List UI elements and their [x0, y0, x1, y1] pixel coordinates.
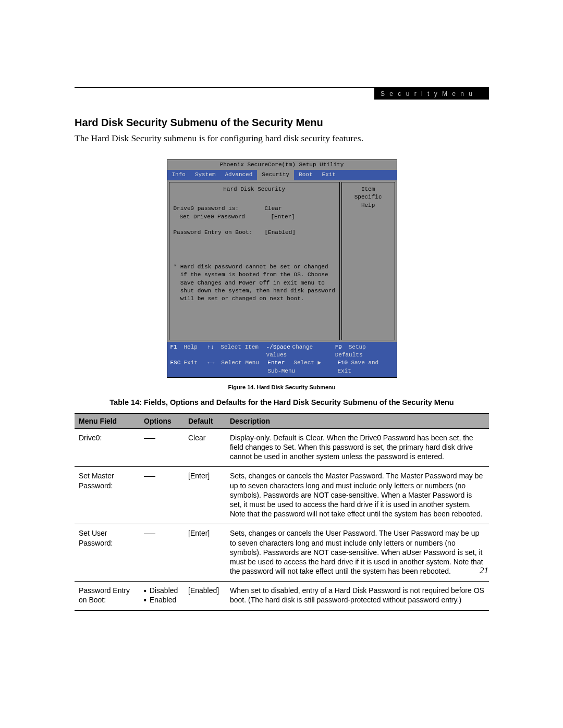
bios-field-label: Drive0 password is: [174, 205, 265, 213]
bios-tab-boot: Boot [294, 170, 317, 180]
option-item: Enabled [144, 595, 180, 604]
bios-field-row [174, 221, 335, 229]
cell-description: Sets, changes or cancels the Master Pass… [226, 467, 489, 524]
footer-text: Exit [184, 360, 198, 366]
bios-body: Hard Disk Security Drive0 password is:Cl… [167, 180, 397, 342]
cell-menu-field: Set Master Password: [75, 467, 140, 524]
footer-key: Enter [267, 359, 293, 367]
footer-text: Select Menu [221, 360, 259, 366]
table-row: Set User Password:[Enter]Sets, changes o… [75, 524, 489, 582]
definition-table: Menu Field Options Default Description D… [75, 413, 489, 611]
bios-field-row: Password Entry on Boot:[Enabled] [174, 229, 335, 237]
bios-field-row: Set Drive0 Password[Enter] [174, 213, 335, 221]
th-options: Options [140, 413, 184, 428]
bios-tab-security: Security [257, 170, 294, 180]
cell-menu-field: Password Entry on Boot: [75, 582, 140, 610]
th-default: Default [184, 413, 226, 428]
cell-options [140, 467, 184, 524]
footer-key: F1 [170, 343, 184, 351]
table-header-row: Menu Field Options Default Description [75, 413, 489, 428]
table-row: Drive0:ClearDisplay-only. Default is Cle… [75, 428, 489, 467]
cell-description: When set to disabled, entry of a Hard Di… [226, 582, 489, 610]
bios-tab-info: Info [167, 170, 190, 180]
footer-key: ↑↓ [207, 343, 221, 351]
bios-left-title: Hard Disk Security [174, 186, 335, 193]
bios-tab-system: System [190, 170, 221, 180]
footer-text: Help [184, 344, 198, 350]
bios-field-label: Password Entry on Boot: [174, 229, 265, 237]
bios-field-label: Set Drive0 Password [174, 213, 271, 221]
bios-footer: F1Help ↑↓Select Item -/SpaceChange Value… [167, 342, 397, 378]
main-content: Hard Disk Security Submenu of the Securi… [75, 88, 489, 611]
table-title: Table 14: Fields, Options and Defaults f… [75, 398, 489, 408]
section-heading: Hard Disk Security Submenu of the Securi… [75, 117, 489, 129]
page-content: S e c u r i t y M e n u Hard Disk Securi… [75, 87, 489, 611]
table-row: Password Entry on Boot:DisabledEnabled[E… [75, 582, 489, 610]
bios-note-line: will be set or changed on next boot. [174, 295, 335, 303]
page-number: 21 [480, 565, 488, 576]
bios-tab-exit: Exit [317, 170, 340, 180]
bios-note: * Hard disk password cannot be set or ch… [174, 263, 335, 303]
bios-title: Phoenix SecureCore(tm) Setup Utility [167, 160, 397, 170]
footer-key: -/Space [266, 343, 292, 351]
figure-caption: Figure 14. Hard Disk Security Submenu [75, 384, 489, 390]
footer-key: F9 [335, 343, 349, 351]
cell-options: DisabledEnabled [140, 582, 184, 610]
th-description: Description [226, 413, 489, 428]
bios-field-list: Drive0 password is:ClearSet Drive0 Passw… [174, 205, 335, 237]
bios-note-line: shut down the system, then hard disk pas… [174, 287, 335, 295]
footer-key: ESC [170, 359, 184, 367]
option-item: Disabled [144, 586, 180, 595]
cell-default: [Enter] [184, 524, 226, 582]
bios-footer-row1: F1Help ↑↓Select Item -/SpaceChange Value… [170, 343, 394, 360]
header-section-label: S e c u r i t y M e n u [374, 88, 489, 100]
cell-options [140, 524, 184, 582]
bios-note-line: Save Changes and Power Off in exit menu … [174, 279, 335, 287]
footer-key: ←→ [207, 359, 221, 367]
bios-field-row: Drive0 password is:Clear [174, 205, 335, 213]
table-body: Drive0:ClearDisplay-only. Default is Cle… [75, 428, 489, 610]
bios-help-panel: Item Specific Help [341, 182, 395, 340]
footer-text: Select Item [221, 344, 259, 350]
cell-default: [Enabled] [184, 582, 226, 610]
dash-icon [144, 534, 155, 534]
bios-field-value: [Enter] [271, 213, 295, 221]
bios-note-line: if the system is booted from the OS. Cho… [174, 271, 335, 279]
cell-default: Clear [184, 428, 226, 467]
cell-description: Display-only. Default is Clear. When the… [226, 428, 489, 467]
dash-icon [144, 476, 155, 477]
bios-field-value: [Enabled] [265, 229, 296, 237]
footer-key: F10 [337, 359, 351, 367]
bios-tab-advanced: Advanced [221, 170, 258, 180]
options-list: DisabledEnabled [144, 586, 180, 604]
cell-options [140, 428, 184, 467]
cell-menu-field: Drive0: [75, 428, 140, 467]
bios-footer-row2: ESCExit ←→Select Menu EnterSelect ▶ Sub-… [170, 359, 394, 375]
cell-menu-field: Set User Password: [75, 524, 140, 582]
bios-tab-bar: InfoSystemAdvancedSecurityBootExit [167, 170, 397, 180]
bios-field-value: Clear [265, 205, 282, 213]
bios-help-title: Item Specific Help [346, 186, 390, 209]
dash-icon [144, 438, 155, 439]
intro-paragraph: The Hard Disk Security submenu is for co… [75, 133, 489, 144]
cell-description: Sets, changes or cancels the User Passwo… [226, 524, 489, 582]
bios-utility-figure: Phoenix SecureCore(tm) Setup Utility Inf… [167, 159, 397, 378]
cell-default: [Enter] [184, 467, 226, 524]
table-row: Set Master Password:[Enter]Sets, changes… [75, 467, 489, 524]
bios-left-panel: Hard Disk Security Drive0 password is:Cl… [169, 182, 340, 340]
bios-note-line: * Hard disk password cannot be set or ch… [174, 263, 335, 271]
th-menu-field: Menu Field [75, 413, 140, 428]
